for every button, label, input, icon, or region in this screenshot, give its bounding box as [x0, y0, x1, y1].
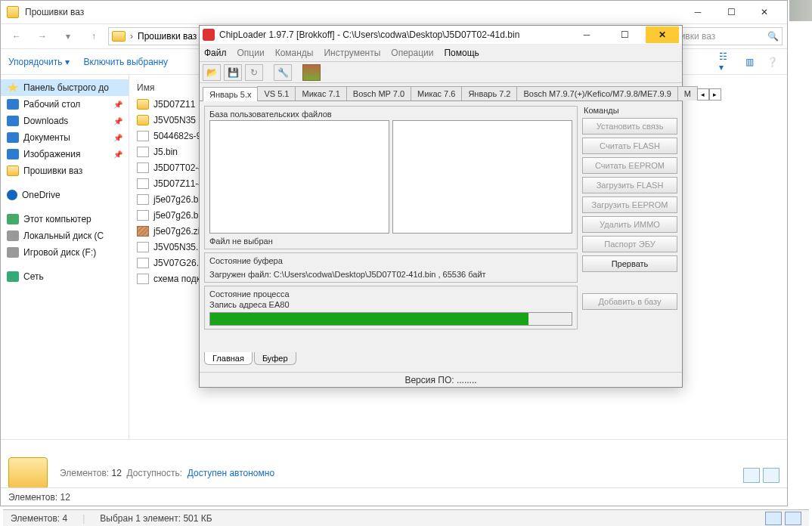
menu-bar: Файл Опции Команды Инструменты Операции …: [200, 44, 682, 62]
nav-gamedisk[interactable]: Игровой диск (F:): [1, 244, 129, 261]
pin-icon: 📌: [113, 150, 122, 159]
file-icon: [137, 210, 149, 221]
add-to-db-button[interactable]: Добавить в базу: [582, 293, 677, 310]
view-details-button[interactable]: [765, 512, 782, 525]
history-dropdown[interactable]: ▾: [57, 26, 79, 46]
forward-button[interactable]: →: [31, 26, 54, 46]
read-flash-button[interactable]: Считать FLASH: [582, 138, 677, 154]
up-button[interactable]: ↑: [82, 26, 105, 46]
view-options-icon[interactable]: ☷ ▾: [719, 55, 734, 69]
nav-quick-access[interactable]: Панель быстрого до: [1, 79, 129, 96]
connect-button[interactable]: Установить связь: [582, 118, 677, 135]
search-icon: 🔍: [767, 31, 779, 42]
minimize-button[interactable]: ─: [570, 26, 603, 43]
file-icon: [137, 242, 149, 252]
abort-button[interactable]: Прервать: [582, 255, 677, 272]
tab-more[interactable]: M: [677, 86, 698, 101]
minimize-button[interactable]: ─: [681, 2, 714, 23]
organize-menu[interactable]: Упорядочить▾: [8, 57, 70, 67]
settings-button[interactable]: 🔧: [274, 64, 292, 81]
cloud-icon: [7, 190, 17, 200]
userfiles-left-list[interactable]: [209, 120, 389, 234]
folder-icon: [112, 31, 126, 42]
menu-commands[interactable]: Команды: [275, 48, 314, 58]
tab-main[interactable]: Главная: [204, 352, 253, 365]
passport-button[interactable]: Паспорт ЭБУ: [582, 236, 677, 252]
window-title: Прошивки ваз: [25, 7, 681, 17]
tab-mikas71[interactable]: Микас 7.1: [295, 86, 346, 101]
nav-firmware[interactable]: Прошивки ваз: [1, 162, 129, 179]
delete-immo-button[interactable]: Удалить ИММО: [582, 216, 677, 233]
elements-count: 12: [112, 468, 122, 478]
tab-january72[interactable]: Январь 7.2: [461, 86, 517, 101]
file-icon: [137, 162, 149, 173]
nav-thispc[interactable]: Этот компьютер: [1, 211, 129, 227]
maximize-button[interactable]: ☐: [714, 2, 748, 23]
nav-localdisk[interactable]: Локальный диск (C: [1, 227, 129, 244]
userfiles-right-list[interactable]: [392, 120, 572, 234]
tab-scroll-left[interactable]: ◂: [697, 88, 709, 101]
help-icon[interactable]: ❔: [764, 55, 779, 69]
file-name: j5e07g26.bin: [153, 194, 206, 205]
nav-desktop[interactable]: Рабочий стол📌: [1, 96, 129, 113]
menu-file[interactable]: Файл: [204, 48, 227, 58]
reload-button[interactable]: ↻: [245, 64, 263, 81]
close-button[interactable]: ✕: [748, 2, 781, 23]
view-icons-button[interactable]: [785, 512, 801, 525]
download-icon: [7, 116, 19, 126]
maximize-button[interactable]: ☐: [608, 26, 641, 43]
elements-label: Элементов:: [60, 468, 109, 478]
availability-value: Доступен автономно: [188, 468, 274, 478]
star-icon: [7, 82, 19, 93]
nav-network[interactable]: Сеть: [1, 268, 129, 285]
file-icon: [137, 194, 149, 205]
file-icon: [137, 274, 149, 284]
status-elements: Элементов: 12: [8, 492, 70, 503]
menu-operations[interactable]: Операции: [391, 48, 433, 58]
view-icons-button[interactable]: [763, 468, 779, 483]
write-eeprom-button[interactable]: Загрузить EEPROM: [582, 196, 677, 213]
folder-icon: [8, 457, 48, 489]
process-text: Запись адреса EA80: [209, 300, 572, 309]
chip-titlebar[interactable]: ChipLoader 1.97.7 [Brokkoff] - C:\Users\…: [200, 26, 682, 44]
breadcrumb-item[interactable]: Прошивки ваз: [138, 31, 197, 42]
tab-buffer[interactable]: Буфер: [254, 352, 296, 365]
nav-images[interactable]: Изображения📌: [1, 146, 129, 162]
file-name: J5D07Z11: [153, 99, 195, 110]
toolbar: 📂 💾 ↻ 🔧: [200, 62, 682, 83]
nav-downloads[interactable]: Downloads📌: [1, 113, 129, 129]
process-group: Состояние процесса Запись адреса EA80: [204, 286, 578, 330]
back-button[interactable]: ←: [5, 26, 28, 46]
tab-boschmp70[interactable]: Bosch MP 7.0: [346, 86, 411, 101]
database-button[interactable]: [302, 64, 321, 81]
read-eeprom-button[interactable]: Считать EEPROM: [582, 157, 677, 174]
file-icon: [137, 258, 149, 268]
bottom-tabs: Главная Буфер: [200, 352, 682, 372]
tab-boschm797[interactable]: Bosch M7.9.7(+)/Kefico/M7.9.8/ME7.9.9: [516, 86, 677, 101]
tab-vs51[interactable]: VS 5.1: [257, 86, 296, 101]
document-icon: [7, 132, 19, 143]
menu-options[interactable]: Опции: [237, 48, 265, 58]
file-name: j5e07g26.zip: [153, 226, 205, 237]
menu-help[interactable]: Помощь: [444, 48, 479, 58]
desktop-icon: [7, 99, 19, 110]
tab-mikas76[interactable]: Микас 7.6: [411, 86, 462, 101]
tab-january5[interactable]: Январь 5.x: [203, 87, 258, 101]
view-details-button[interactable]: [743, 468, 760, 483]
preview-pane-icon[interactable]: ▥: [742, 55, 757, 69]
drive-icon: [7, 247, 19, 258]
open-button[interactable]: 📂: [203, 64, 221, 81]
close-button[interactable]: ✕: [646, 26, 679, 43]
nav-documents[interactable]: Документы📌: [1, 129, 129, 146]
menu-tools[interactable]: Инструменты: [324, 48, 380, 58]
folder-icon: [7, 166, 19, 176]
include-menu[interactable]: Включить выбранну: [83, 57, 168, 67]
status-bar: Версия ПО: ........: [200, 372, 682, 387]
folder-icon: [7, 6, 19, 18]
explorer-titlebar[interactable]: Прошивки ваз ─ ☐ ✕: [1, 1, 787, 23]
save-button[interactable]: 💾: [224, 64, 242, 81]
nav-onedrive[interactable]: OneDrive: [1, 187, 129, 203]
search-input[interactable]: шивки ваз 🔍: [669, 27, 783, 45]
tab-scroll-right[interactable]: ▸: [709, 88, 721, 101]
write-flash-button[interactable]: Загрузить FLASH: [582, 177, 677, 193]
